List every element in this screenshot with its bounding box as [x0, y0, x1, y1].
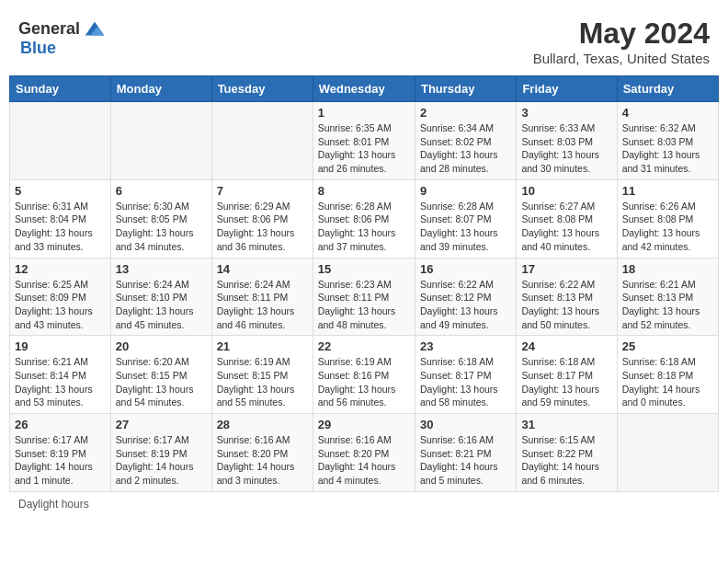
- day-info: Sunrise: 6:16 AM Sunset: 8:20 PM Dayligh…: [318, 433, 410, 488]
- calendar-cell: 27Sunrise: 6:17 AM Sunset: 8:19 PM Dayli…: [110, 414, 211, 492]
- day-number: 19: [15, 339, 106, 353]
- logo: General Blue: [18, 17, 108, 58]
- day-number: 15: [318, 262, 410, 276]
- day-info: Sunrise: 6:20 AM Sunset: 8:15 PM Dayligh…: [116, 355, 207, 409]
- day-number: 22: [318, 339, 410, 353]
- day-info: Sunrise: 6:17 AM Sunset: 8:19 PM Dayligh…: [15, 433, 106, 488]
- day-number: 9: [420, 184, 511, 198]
- day-number: 31: [521, 418, 611, 431]
- day-number: 6: [116, 184, 207, 198]
- calendar-cell: 12Sunrise: 6:25 AM Sunset: 8:09 PM Dayli…: [10, 258, 111, 336]
- calendar-cell: 3Sunrise: 6:33 AM Sunset: 8:03 PM Daylig…: [517, 102, 617, 180]
- weekday-header-thursday: Thursday: [415, 76, 516, 102]
- calendar-cell: 17Sunrise: 6:22 AM Sunset: 8:13 PM Dayli…: [517, 258, 617, 336]
- day-number: 4: [622, 106, 713, 120]
- calendar-cell: 7Sunrise: 6:29 AM Sunset: 8:06 PM Daylig…: [211, 179, 313, 258]
- day-number: 2: [420, 106, 511, 120]
- weekday-header-row: SundayMondayTuesdayWednesdayThursdayFrid…: [10, 76, 719, 102]
- calendar-cell: [211, 102, 313, 180]
- title-block: May 2024 Bullard, Texas, United States: [533, 17, 710, 66]
- weekday-header-friday: Friday: [517, 76, 617, 102]
- calendar-cell: 21Sunrise: 6:19 AM Sunset: 8:15 PM Dayli…: [211, 336, 313, 414]
- day-info: Sunrise: 6:32 AM Sunset: 8:03 PM Dayligh…: [622, 121, 713, 176]
- day-info: Sunrise: 6:24 AM Sunset: 8:11 PM Dayligh…: [217, 278, 308, 332]
- weekday-header-sunday: Sunday: [10, 76, 111, 102]
- day-number: 25: [622, 339, 713, 353]
- calendar-week-2: 5Sunrise: 6:31 AM Sunset: 8:04 PM Daylig…: [10, 179, 719, 258]
- day-info: Sunrise: 6:21 AM Sunset: 8:13 PM Dayligh…: [622, 278, 713, 332]
- day-number: 21: [217, 339, 308, 353]
- calendar-cell: 2Sunrise: 6:34 AM Sunset: 8:02 PM Daylig…: [415, 102, 516, 180]
- day-info: Sunrise: 6:35 AM Sunset: 8:01 PM Dayligh…: [318, 121, 410, 176]
- calendar-cell: 19Sunrise: 6:21 AM Sunset: 8:14 PM Dayli…: [10, 336, 111, 414]
- day-info: Sunrise: 6:15 AM Sunset: 8:22 PM Dayligh…: [521, 433, 611, 488]
- calendar-cell: 20Sunrise: 6:20 AM Sunset: 8:15 PM Dayli…: [110, 336, 211, 414]
- day-number: 23: [420, 339, 511, 353]
- logo-general: General: [18, 20, 80, 39]
- day-info: Sunrise: 6:18 AM Sunset: 8:17 PM Dayligh…: [521, 355, 611, 409]
- calendar-cell: 10Sunrise: 6:27 AM Sunset: 8:08 PM Dayli…: [517, 179, 617, 258]
- day-number: 26: [15, 418, 106, 431]
- weekday-header-wednesday: Wednesday: [313, 76, 415, 102]
- day-info: Sunrise: 6:16 AM Sunset: 8:20 PM Dayligh…: [217, 433, 308, 488]
- day-info: Sunrise: 6:19 AM Sunset: 8:15 PM Dayligh…: [217, 355, 308, 409]
- weekday-header-monday: Monday: [110, 76, 211, 102]
- day-info: Sunrise: 6:30 AM Sunset: 8:05 PM Dayligh…: [116, 200, 207, 254]
- day-number: 20: [116, 339, 207, 353]
- footer-note: Daylight hours: [9, 492, 719, 516]
- calendar-cell: 6Sunrise: 6:30 AM Sunset: 8:05 PM Daylig…: [110, 179, 211, 258]
- month-year: May 2024: [533, 17, 710, 51]
- day-info: Sunrise: 6:34 AM Sunset: 8:02 PM Dayligh…: [420, 121, 511, 176]
- day-number: 5: [15, 184, 106, 198]
- calendar-cell: 16Sunrise: 6:22 AM Sunset: 8:12 PM Dayli…: [415, 258, 516, 336]
- day-info: Sunrise: 6:16 AM Sunset: 8:21 PM Dayligh…: [420, 433, 511, 488]
- calendar-week-4: 19Sunrise: 6:21 AM Sunset: 8:14 PM Dayli…: [10, 336, 719, 414]
- daylight-hours-label: Daylight hours: [18, 498, 89, 511]
- day-number: 28: [217, 418, 308, 431]
- day-number: 17: [521, 262, 611, 276]
- day-number: 13: [116, 262, 207, 276]
- calendar-cell: 25Sunrise: 6:18 AM Sunset: 8:18 PM Dayli…: [617, 336, 718, 414]
- header: General Blue May 2024 Bullard, Texas, Un…: [9, 9, 719, 70]
- calendar-cell: 18Sunrise: 6:21 AM Sunset: 8:13 PM Dayli…: [617, 258, 718, 336]
- day-number: 11: [622, 184, 713, 198]
- calendar-cell: 23Sunrise: 6:18 AM Sunset: 8:17 PM Dayli…: [415, 336, 516, 414]
- calendar-cell: 29Sunrise: 6:16 AM Sunset: 8:20 PM Dayli…: [313, 414, 415, 492]
- calendar-cell: 22Sunrise: 6:19 AM Sunset: 8:16 PM Dayli…: [313, 336, 415, 414]
- calendar-cell: 11Sunrise: 6:26 AM Sunset: 8:08 PM Dayli…: [617, 179, 718, 258]
- day-info: Sunrise: 6:18 AM Sunset: 8:17 PM Dayligh…: [420, 355, 511, 409]
- calendar-cell: [110, 102, 211, 180]
- day-number: 24: [521, 339, 611, 353]
- calendar-cell: 30Sunrise: 6:16 AM Sunset: 8:21 PM Dayli…: [415, 414, 516, 492]
- day-info: Sunrise: 6:28 AM Sunset: 8:06 PM Dayligh…: [318, 200, 410, 254]
- day-number: 18: [622, 262, 713, 276]
- calendar-cell: 9Sunrise: 6:28 AM Sunset: 8:07 PM Daylig…: [415, 179, 516, 258]
- calendar-cell: 14Sunrise: 6:24 AM Sunset: 8:11 PM Dayli…: [211, 258, 313, 336]
- day-number: 14: [217, 262, 308, 276]
- day-number: 3: [521, 106, 611, 120]
- calendar-cell: [10, 102, 111, 180]
- calendar-cell: 15Sunrise: 6:23 AM Sunset: 8:11 PM Dayli…: [313, 258, 415, 336]
- logo-icon: [82, 17, 108, 42]
- day-number: 8: [318, 184, 410, 198]
- day-number: 16: [420, 262, 511, 276]
- day-number: 29: [318, 418, 410, 431]
- day-info: Sunrise: 6:22 AM Sunset: 8:13 PM Dayligh…: [521, 278, 611, 332]
- day-info: Sunrise: 6:24 AM Sunset: 8:10 PM Dayligh…: [116, 278, 207, 332]
- calendar-cell: 24Sunrise: 6:18 AM Sunset: 8:17 PM Dayli…: [517, 336, 617, 414]
- day-info: Sunrise: 6:21 AM Sunset: 8:14 PM Dayligh…: [15, 355, 106, 409]
- day-number: 30: [420, 418, 511, 431]
- day-info: Sunrise: 6:27 AM Sunset: 8:08 PM Dayligh…: [521, 200, 611, 254]
- calendar-cell: 8Sunrise: 6:28 AM Sunset: 8:06 PM Daylig…: [313, 179, 415, 258]
- day-number: 12: [15, 262, 106, 276]
- day-info: Sunrise: 6:17 AM Sunset: 8:19 PM Dayligh…: [116, 433, 207, 488]
- day-info: Sunrise: 6:26 AM Sunset: 8:08 PM Dayligh…: [622, 200, 713, 254]
- day-info: Sunrise: 6:22 AM Sunset: 8:12 PM Dayligh…: [420, 278, 511, 332]
- day-info: Sunrise: 6:18 AM Sunset: 8:18 PM Dayligh…: [622, 355, 713, 409]
- day-info: Sunrise: 6:19 AM Sunset: 8:16 PM Dayligh…: [318, 355, 410, 409]
- calendar-cell: 26Sunrise: 6:17 AM Sunset: 8:19 PM Dayli…: [10, 414, 111, 492]
- day-number: 1: [318, 106, 410, 120]
- calendar-cell: 1Sunrise: 6:35 AM Sunset: 8:01 PM Daylig…: [313, 102, 415, 180]
- day-number: 27: [116, 418, 207, 431]
- calendar-cell: 31Sunrise: 6:15 AM Sunset: 8:22 PM Dayli…: [517, 414, 617, 492]
